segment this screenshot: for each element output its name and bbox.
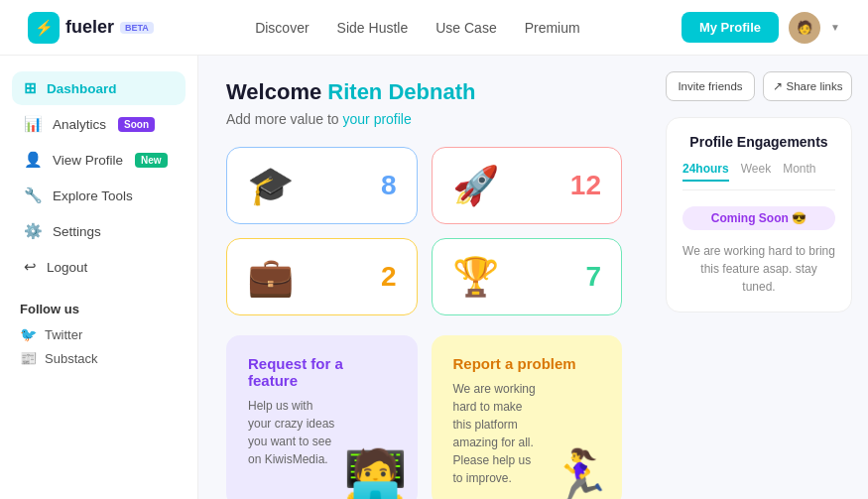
right-panel: Invite friends ↗ Share links Profile Eng… [650,56,868,499]
card-number-graduation: 8 [381,170,397,201]
sidebar-item-dashboard[interactable]: ⊞ Dashboard [12,71,186,105]
subtitle-link[interactable]: your profile [343,111,412,127]
twitter-link[interactable]: 🐦 Twitter [20,326,178,342]
tab-24hours[interactable]: 24hours [682,162,729,182]
substack-label: Substack [45,351,97,366]
request-feature-title: Request for a feature [248,355,396,389]
invite-friends-button[interactable]: Invite friends [666,71,755,101]
header: ⚡ fueler BETA Discover Side Hustle Use C… [0,0,868,56]
nav-use-case[interactable]: Use Case [435,20,496,36]
engagement-tabs: 24hours Week Month [682,162,835,190]
view-profile-icon: 👤 [24,151,43,169]
main-nav: Discover Side Hustle Use Case Premium [255,20,580,36]
bottom-cards: Request for a feature Help us with your … [226,335,622,499]
twitter-icon: 🐦 [20,326,37,342]
share-links-button[interactable]: ↗ Share links [763,71,852,101]
logout-icon: ↩ [24,258,37,276]
engagement-box: Profile Engagements 24hours Week Month C… [666,117,852,312]
explore-tools-icon: 🔧 [24,187,43,204]
settings-icon: ⚙️ [24,222,43,240]
card-trophy: 🏆 7 [432,238,623,315]
subtitle-prefix: Add more value to [226,111,343,127]
trophy-emoji: 🏆 [452,255,499,299]
substack-link[interactable]: 📰 Substack [20,350,178,366]
my-profile-button[interactable]: My Profile [682,12,779,43]
coming-soon-badge: Coming Soon 😎 [682,206,835,230]
header-right: My Profile 🧑 ▼ [682,12,840,44]
tab-week[interactable]: Week [741,162,771,182]
analytics-badge: Soon [118,117,155,132]
logo-area: ⚡ fueler BETA [28,12,154,44]
request-feature-illustration: 🧑‍💻 [343,446,408,499]
sidebar-item-logout[interactable]: ↩ Logout [12,250,186,284]
nav-side-hustle[interactable]: Side Hustle [337,20,409,36]
sidebar-label-view-profile: View Profile [53,153,123,168]
rocket-emoji: 🚀 [452,164,499,207]
nav-discover[interactable]: Discover [255,20,309,36]
sidebar-label-dashboard: Dashboard [47,81,117,96]
share-icon: ↗ [773,79,783,93]
graduation-emoji: 🎓 [247,164,294,207]
action-buttons: Invite friends ↗ Share links [666,71,852,101]
briefcase-emoji: 💼 [247,255,294,299]
dashboard-icon: ⊞ [24,79,37,97]
follow-title: Follow us [20,302,178,316]
sidebar-item-settings[interactable]: ⚙️ Settings [12,214,186,248]
subtitle: Add more value to your profile [226,111,622,127]
card-number-rocket: 12 [570,170,601,201]
report-problem-title: Report a problem [453,355,601,372]
welcome-heading: Welcome Riten Debnath [226,79,622,105]
sidebar-item-view-profile[interactable]: 👤 View Profile New [12,143,186,177]
follow-section: Follow us 🐦 Twitter 📰 Substack [12,302,186,366]
report-problem-card[interactable]: Report a problem We are working hard to … [432,335,623,499]
request-feature-text: Help us with your crazy ideas you want t… [248,397,336,468]
nav-premium[interactable]: Premium [525,20,580,36]
tab-month[interactable]: Month [783,162,815,182]
analytics-icon: 📊 [24,115,43,133]
avatar[interactable]: 🧑 [789,12,820,44]
sidebar-label-logout: Logout [47,260,87,275]
sidebar-label-analytics: Analytics [53,117,106,132]
card-rocket: 🚀 12 [432,147,623,224]
cards-grid: 🎓 8 🚀 12 💼 2 🏆 7 [226,147,622,315]
welcome-name: Riten Debnath [327,79,475,104]
welcome-prefix: Welcome [226,79,327,104]
layout: ⊞ Dashboard 📊 Analytics Soon 👤 View Prof… [0,56,868,499]
card-briefcase: 💼 2 [226,238,418,315]
view-profile-badge: New [135,153,168,168]
sidebar: ⊞ Dashboard 📊 Analytics Soon 👤 View Prof… [0,56,198,499]
avatar-image: 🧑 [797,20,812,35]
beta-badge: BETA [120,22,154,34]
sidebar-label-explore-tools: Explore Tools [53,188,133,203]
card-number-trophy: 7 [585,261,601,293]
sidebar-item-explore-tools[interactable]: 🔧 Explore Tools [12,179,186,212]
report-problem-illustration: 🏃‍♀️ [548,446,612,499]
sidebar-label-settings: Settings [53,224,101,239]
logo-icon: ⚡ [28,12,60,44]
chevron-down-icon[interactable]: ▼ [830,22,840,33]
request-feature-card[interactable]: Request for a feature Help us with your … [226,335,418,499]
report-problem-text: We are working hard to make this platfor… [453,380,542,487]
substack-icon: 📰 [20,350,37,366]
card-graduation: 🎓 8 [226,147,418,224]
share-links-label: Share links [787,80,843,92]
card-number-briefcase: 2 [381,261,397,293]
sidebar-item-analytics[interactable]: 📊 Analytics Soon [12,107,186,141]
twitter-label: Twitter [45,327,82,342]
main-content: Welcome Riten Debnath Add more value to … [198,56,650,499]
coming-soon-text: We are working hard to bring this featur… [682,242,835,296]
engagement-title: Profile Engagements [682,134,835,150]
logo-text: fueler [65,17,114,38]
